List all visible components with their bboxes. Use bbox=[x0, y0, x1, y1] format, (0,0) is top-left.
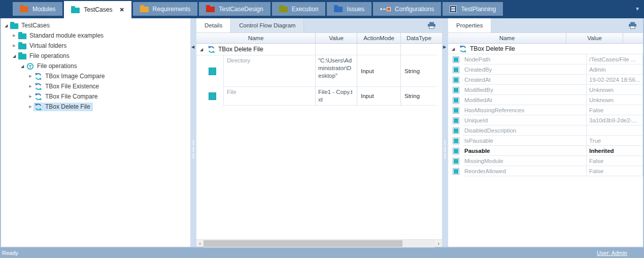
tree-item-content: TBox Delete File bbox=[33, 103, 93, 111]
property-value[interactable]: False bbox=[586, 166, 643, 176]
user-link[interactable]: User: Admin bbox=[597, 250, 627, 256]
tree-expander-icon[interactable]: ▶ bbox=[27, 74, 33, 78]
tree-item-content: File operations bbox=[17, 52, 72, 60]
scroll-left-icon[interactable]: ‹ bbox=[196, 240, 204, 247]
left-splitter[interactable]: ◀ bbox=[190, 18, 196, 247]
column-header-value[interactable]: Value bbox=[566, 33, 623, 43]
tab-requirements[interactable]: Requirements bbox=[133, 2, 198, 16]
tab-execution[interactable]: Execution bbox=[272, 2, 326, 16]
column-header-name[interactable]: Name bbox=[448, 33, 566, 43]
close-icon[interactable]: ✕ bbox=[119, 7, 124, 13]
chevron-down-icon[interactable]: ▾ bbox=[636, 5, 639, 12]
property-row-disableddescription[interactable]: DisabledDescription bbox=[448, 125, 643, 136]
tab-testcasedesign[interactable]: TestCaseDesign bbox=[199, 2, 270, 16]
property-value[interactable]: Unknown bbox=[586, 95, 643, 105]
details-row-file[interactable]: FileFile1 - Copy.txtInputString bbox=[196, 87, 437, 106]
refresh-icon bbox=[35, 93, 42, 101]
tree-expander-icon[interactable]: ◢ bbox=[3, 23, 9, 28]
column-header-datatype[interactable]: DataType bbox=[400, 33, 437, 43]
property-value[interactable]: Admin bbox=[586, 64, 643, 75]
property-row-createdby[interactable]: CreatedByAdmin bbox=[448, 64, 643, 75]
tree-item-file-operations[interactable]: ◢File operations bbox=[1, 61, 190, 71]
tree-item-label: TBox File Existence bbox=[45, 83, 99, 90]
right-splitter[interactable]: ▶ bbox=[442, 18, 448, 247]
tab-properties[interactable]: Properties bbox=[448, 18, 491, 33]
tree-item-file-operations[interactable]: ◢File operations bbox=[1, 51, 190, 61]
tab-configurations[interactable]: Configurations bbox=[373, 2, 441, 16]
details-group-row[interactable]: ◢TBox Delete File bbox=[196, 44, 437, 55]
tree-item-tbox-file-existence[interactable]: ▶TBox File Existence bbox=[1, 81, 190, 91]
param-datatype[interactable]: String bbox=[400, 55, 437, 87]
param-value[interactable]: File1 - Copy.txt bbox=[315, 87, 357, 106]
tree-expander-icon[interactable]: ▶ bbox=[11, 44, 17, 48]
property-value[interactable]: False bbox=[586, 156, 643, 166]
tree-item-virtual-folders[interactable]: ▶Virtual folders bbox=[1, 41, 190, 51]
param-datatype[interactable]: String bbox=[400, 87, 437, 106]
tree-expander-icon[interactable]: ▶ bbox=[27, 84, 33, 88]
tree-item-tbox-file-compare[interactable]: ▶TBox File Compare bbox=[1, 91, 190, 102]
tree-item-standard-module-examples[interactable]: ▶Standard module examples bbox=[1, 30, 190, 41]
folder-icon bbox=[18, 54, 26, 59]
param-name: File bbox=[223, 87, 315, 106]
property-row-modifiedby[interactable]: ModifiedByUnknown bbox=[448, 85, 643, 95]
param-value[interactable]: "C:\Users\Administrator\Desktop" bbox=[315, 55, 357, 87]
horizontal-scrollbar[interactable]: ‹ › bbox=[196, 239, 442, 247]
tree-item-tbox-delete-file[interactable]: ▶TBox Delete File bbox=[1, 102, 190, 112]
property-value[interactable]: /TestCases/File ... bbox=[586, 54, 643, 64]
property-value[interactable] bbox=[586, 125, 643, 136]
testcases-tree: ◢TestCases▶Standard module examples▶Virt… bbox=[1, 20, 190, 112]
property-row-pausable[interactable]: PausableInherited bbox=[448, 146, 643, 156]
tree-expander-icon[interactable]: ▶ bbox=[27, 105, 33, 109]
property-icon bbox=[453, 127, 459, 134]
collapse-left-icon[interactable]: ◀ bbox=[191, 45, 194, 49]
property-row-missingmodule[interactable]: MissingModuleFalse bbox=[448, 156, 643, 166]
property-value[interactable]: Inherited bbox=[586, 146, 643, 156]
expander-expanded-icon[interactable]: ◢ bbox=[450, 47, 456, 51]
tree-item-testcases[interactable]: ◢TestCases bbox=[1, 20, 190, 30]
tab-testcases[interactable]: TestCases✕ bbox=[64, 1, 131, 18]
property-name: IsPausable bbox=[463, 136, 586, 146]
tree-item-tbox-image-compare[interactable]: ▶TBox Image Compare bbox=[1, 71, 190, 81]
property-row-modifiedat[interactable]: ModifiedAtUnknown bbox=[448, 95, 643, 105]
tab-issues[interactable]: Issues bbox=[327, 2, 371, 16]
tree-expander-icon[interactable]: ▶ bbox=[11, 34, 17, 38]
collapse-right-icon[interactable]: ▶ bbox=[443, 45, 446, 49]
scrollbar-thumb[interactable] bbox=[204, 240, 402, 247]
property-name: ReorderAllowed bbox=[463, 166, 586, 176]
expander-expanded-icon[interactable]: ◢ bbox=[198, 47, 205, 52]
tree-expander-icon[interactable]: ◢ bbox=[11, 54, 17, 58]
property-value[interactable]: False bbox=[586, 105, 643, 115]
column-header-value[interactable]: Value bbox=[315, 33, 357, 43]
tree-expander-icon[interactable]: ◢ bbox=[19, 64, 25, 69]
tab-modules[interactable]: Modules bbox=[13, 2, 62, 16]
print-icon[interactable] bbox=[427, 18, 436, 33]
property-row-nodepath[interactable]: NodePath/TestCases/File ... bbox=[448, 54, 643, 64]
print-icon[interactable] bbox=[628, 18, 637, 33]
property-row-hasmissingreferences[interactable]: HasMissingReferencesFalse bbox=[448, 105, 643, 115]
column-header-actionmode[interactable]: ActionMode bbox=[357, 33, 400, 43]
properties-group-row[interactable]: ◢TBox Delete File bbox=[448, 44, 643, 54]
property-value[interactable]: 19-02-2024 18:56... bbox=[586, 75, 643, 85]
property-value[interactable]: True bbox=[586, 136, 643, 146]
property-name: CreatedBy bbox=[463, 64, 586, 75]
property-row-uniqueid[interactable]: UniqueId3a10d3b9-2de2-... bbox=[448, 115, 643, 125]
param-actionmode[interactable]: Input bbox=[357, 87, 400, 106]
main-area: ◢TestCases▶Standard module examples▶Virt… bbox=[0, 18, 644, 247]
tab-control-flow-diagram[interactable]: Control Flow Diagram bbox=[230, 18, 304, 33]
scrollbar-track[interactable] bbox=[204, 240, 435, 247]
module-attribute-icon bbox=[209, 68, 216, 75]
testcase-folder-icon bbox=[26, 62, 34, 70]
tab-testplanning[interactable]: TestPlanning bbox=[443, 2, 503, 16]
tree-expander-icon[interactable]: ▶ bbox=[27, 94, 33, 99]
property-row-reorderallowed[interactable]: ReorderAllowedFalse bbox=[448, 166, 643, 176]
details-row-directory[interactable]: Directory"C:\Users\Administrator\Desktop… bbox=[196, 55, 437, 87]
scroll-right-icon[interactable]: › bbox=[435, 240, 442, 247]
property-value[interactable]: 3a10d3b9-2de2-... bbox=[586, 115, 643, 125]
property-row-createdat[interactable]: CreatedAt19-02-2024 18:56... bbox=[448, 75, 643, 85]
property-icon bbox=[453, 158, 459, 165]
column-header-name[interactable]: Name bbox=[196, 33, 315, 43]
tab-details[interactable]: Details bbox=[196, 18, 230, 33]
property-row-ispausable[interactable]: IsPausableTrue bbox=[448, 136, 643, 146]
property-value[interactable]: Unknown bbox=[586, 85, 643, 95]
param-actionmode[interactable]: Input bbox=[357, 55, 400, 87]
